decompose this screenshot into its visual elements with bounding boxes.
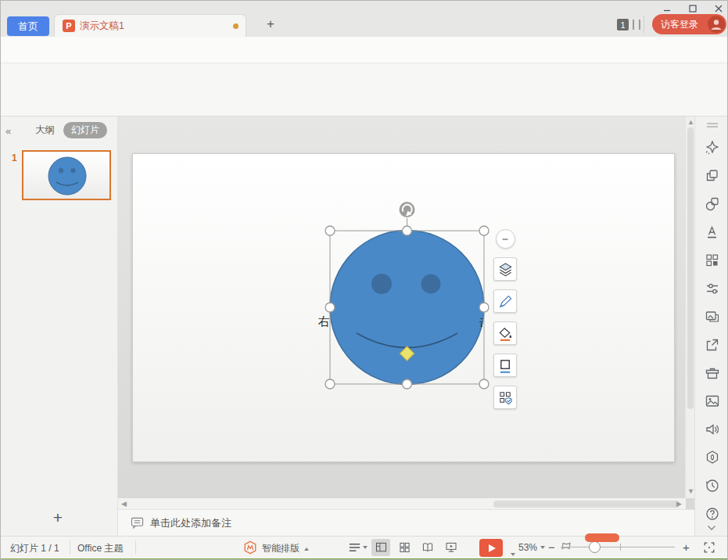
home-tab-label: 首页	[18, 20, 38, 34]
slide-thumbnail-number: 1	[12, 153, 17, 163]
image-library-icon[interactable]	[704, 308, 721, 325]
play-options-caret-icon[interactable]	[507, 545, 515, 559]
slide-overlay	[118, 117, 694, 509]
maximize-icon[interactable]	[683, 2, 703, 14]
unsaved-dot-icon	[233, 23, 238, 29]
horizontal-scroll-thumb[interactable]	[493, 501, 680, 508]
rotation-handle[interactable]	[400, 202, 415, 217]
home-tab[interactable]: 首页	[7, 16, 49, 36]
shape-quick-toolbar	[493, 229, 517, 409]
reading-view-button[interactable]	[418, 539, 437, 556]
right-toolbar-icons	[695, 121, 728, 522]
document-tab[interactable]: P 演示文稿1	[54, 14, 246, 37]
document-tab-title: 演示文稿1	[80, 20, 124, 33]
covered-text-left: 右	[318, 314, 330, 329]
divider	[70, 540, 70, 555]
slide-thumbnail[interactable]	[22, 150, 111, 200]
duplicate-shape-icon[interactable]	[704, 167, 721, 185]
play-icon	[489, 544, 496, 552]
slide-counter: 幻灯片 1 / 1	[10, 542, 59, 555]
avatar-icon	[708, 16, 725, 33]
slideshow-settings-icon	[444, 541, 458, 554]
picture-icon[interactable]	[704, 393, 721, 410]
minimize-icon[interactable]	[657, 2, 677, 14]
minus-icon[interactable]	[496, 229, 515, 249]
slide-sorter-button[interactable]	[395, 539, 414, 556]
collapse-panel-icon[interactable]: «	[5, 125, 11, 137]
editing-canvas[interactable]: 右 击 ▲ ▼ ◀ ▶	[118, 117, 694, 509]
normal-view-button[interactable]	[371, 539, 390, 556]
smart-layout-button[interactable]: 智能排版	[262, 542, 309, 555]
covered-text-right-fragment: 击	[479, 315, 482, 328]
right-toolbar	[694, 117, 728, 536]
shapes-icon[interactable]	[704, 196, 721, 213]
format-brush-icon[interactable]	[493, 289, 517, 313]
layout-grid-icon[interactable]	[704, 252, 721, 269]
slideshow-settings-button[interactable]	[442, 539, 461, 556]
notes-toggle-icon[interactable]	[348, 542, 368, 553]
tab-list-icon[interactable]	[633, 20, 640, 30]
theme-button[interactable]: Office 主题	[77, 542, 123, 555]
tab-count-badge[interactable]: 1	[617, 19, 629, 31]
fit-window-icon[interactable]	[703, 541, 715, 554]
new-tab-button[interactable]: +	[264, 17, 278, 31]
window-tab-bar: 首页 P 演示文稿1 + 1 访客登录	[1, 1, 728, 37]
scroll-up-icon[interactable]: ▲	[687, 118, 694, 126]
outline-frame-icon[interactable]	[493, 354, 517, 377]
thumbnail-smiley	[23, 152, 109, 199]
sound-icon[interactable]	[704, 421, 721, 438]
guest-login-label: 访客登录	[661, 18, 698, 31]
tab-outline[interactable]: 大纲	[35, 124, 55, 137]
annotation-highlight	[585, 533, 619, 542]
zoom-slider-tick	[620, 544, 621, 551]
smiley-shape[interactable]	[330, 231, 484, 385]
normal-view-icon	[375, 541, 388, 554]
notes-bar[interactable]: 单击此处添加备注	[118, 509, 694, 536]
slide-sorter-icon	[398, 541, 411, 554]
reading-view-icon	[421, 541, 435, 554]
notes-icon	[131, 517, 144, 529]
ribbon: 形状 编辑形状 文本框 合并形状 AbcAbcAbcAbcAbcAbc 填充	[1, 63, 728, 117]
drag-handle-icon[interactable]	[705, 121, 719, 129]
wps-presentation-window: 首页 P 演示文稿1 + 1 访客登录 文件 ‹ 十 切换动画幻灯片放映审阅视图…	[0, 0, 728, 560]
menu-bar: 文件 ‹ 十 切换动画幻灯片放映审阅视图安全开发工具特色应用绘图工具文本工具 查…	[1, 37, 728, 63]
scroll-down-icon[interactable]: ▼	[687, 487, 694, 495]
layers-icon[interactable]	[493, 257, 517, 281]
scroll-right-icon[interactable]: ▶	[676, 500, 682, 508]
close-icon[interactable]	[708, 2, 728, 14]
slide-panel: « 大纲 幻灯片 1 +	[1, 117, 118, 536]
toolbox-icon[interactable]	[704, 364, 721, 382]
zoom-in-icon[interactable]: +	[683, 540, 690, 554]
fit-page-icon[interactable]	[561, 541, 572, 551]
vertical-scrollbar[interactable]: ▲ ▼	[685, 117, 694, 498]
help-icon[interactable]	[704, 505, 721, 522]
vertical-scroll-thumb[interactable]	[687, 127, 694, 409]
smiley-right-eye	[421, 275, 441, 294]
share-icon[interactable]	[704, 336, 721, 354]
zoom-out-icon[interactable]: −	[548, 540, 555, 554]
zoom-level[interactable]: 53%	[518, 542, 545, 553]
smart-layout-icon	[243, 540, 257, 555]
presentation-file-icon: P	[63, 20, 75, 32]
tab-slides[interactable]: 幻灯片	[63, 122, 107, 138]
scroll-left-icon[interactable]: ◀	[121, 500, 127, 508]
smiley-left-eye	[371, 274, 392, 294]
zoom-slider-thumb[interactable]	[589, 541, 601, 553]
wordart-icon[interactable]	[704, 224, 721, 241]
adjust-sliders-icon[interactable]	[704, 280, 721, 297]
divider	[135, 540, 136, 555]
sparkle-icon[interactable]	[704, 139, 721, 156]
divider	[644, 16, 644, 33]
zoom-slider-track[interactable]	[561, 547, 675, 547]
sidebar-collapse-icon[interactable]	[707, 525, 716, 531]
notes-placeholder: 单击此处添加备注	[150, 516, 231, 530]
guest-login-button[interactable]: 访客登录	[652, 14, 726, 34]
history-icon[interactable]	[704, 477, 721, 494]
security-leaf-icon[interactable]	[704, 449, 721, 466]
add-slide-button[interactable]: +	[48, 508, 68, 528]
play-slideshow-button[interactable]	[479, 539, 503, 557]
fill-bucket-icon[interactable]	[493, 321, 517, 345]
smart-style-icon[interactable]	[493, 386, 517, 409]
horizontal-scrollbar[interactable]: ◀ ▶	[118, 498, 686, 509]
